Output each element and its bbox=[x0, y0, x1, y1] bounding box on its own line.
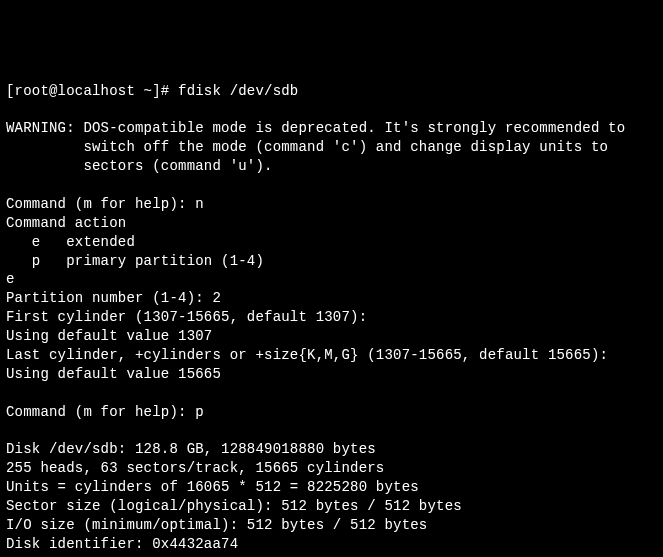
warning-line: switch off the mode (command 'c') and ch… bbox=[6, 139, 608, 155]
io-size: I/O size (minimum/optimal): 512 bytes / … bbox=[6, 517, 427, 533]
option-primary: p primary partition (1-4) bbox=[6, 253, 264, 269]
disk-identifier: Disk identifier: 0x4432aa74 bbox=[6, 536, 238, 552]
disk-info: Disk /dev/sdb: 128.8 GB, 128849018880 by… bbox=[6, 441, 376, 457]
default-first: Using default value 1307 bbox=[6, 328, 212, 344]
warning-line: WARNING: DOS-compatible mode is deprecat… bbox=[6, 120, 625, 136]
disk-units: Units = cylinders of 16065 * 512 = 82252… bbox=[6, 479, 419, 495]
default-last: Using default value 15665 bbox=[6, 366, 221, 382]
warning-line: sectors (command 'u'). bbox=[6, 158, 273, 174]
terminal-output: [root@localhost ~]# fdisk /dev/sdb WARNI… bbox=[6, 82, 657, 557]
command-prompt: Command (m for help): n bbox=[6, 196, 204, 212]
command-prompt: Command (m for help): p bbox=[6, 404, 204, 420]
disk-heads: 255 heads, 63 sectors/track, 15665 cylin… bbox=[6, 460, 384, 476]
sector-size: Sector size (logical/physical): 512 byte… bbox=[6, 498, 462, 514]
user-choice: e bbox=[6, 271, 15, 287]
prompt-line: [root@localhost ~]# fdisk /dev/sdb bbox=[6, 83, 298, 99]
option-extended: e extended bbox=[6, 234, 135, 250]
command-action-header: Command action bbox=[6, 215, 126, 231]
partition-number: Partition number (1-4): 2 bbox=[6, 290, 221, 306]
first-cylinder: First cylinder (1307-15665, default 1307… bbox=[6, 309, 367, 325]
last-cylinder: Last cylinder, +cylinders or +size{K,M,G… bbox=[6, 347, 608, 363]
